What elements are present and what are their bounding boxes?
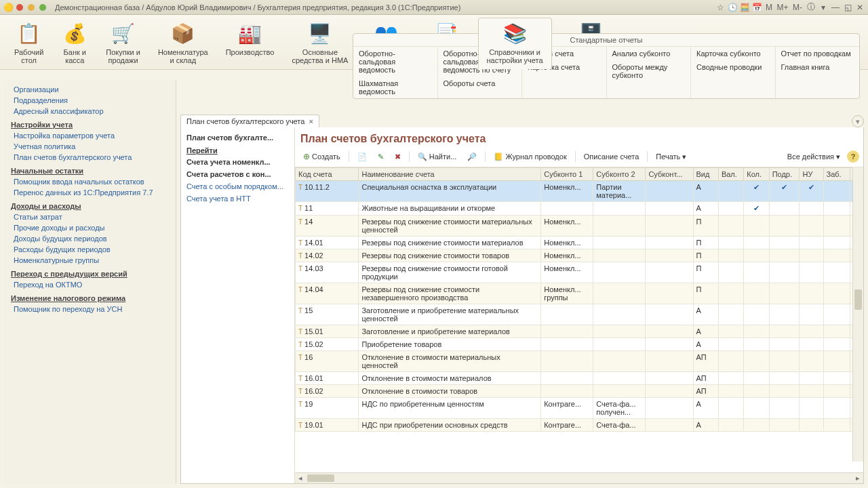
report-link[interactable]: Обороты между субконто xyxy=(607,60,691,82)
min-dot[interactable] xyxy=(28,4,35,11)
table-row[interactable]: Т15Заготовление и приобретение материаль… xyxy=(296,304,863,325)
table-row[interactable]: Т14Резервы под снижение стоимости матери… xyxy=(296,216,863,237)
section-button[interactable]: 📚Справочники инастройки учета xyxy=(478,18,552,69)
table-row[interactable]: Т14.02Резервы под снижение стоимости тов… xyxy=(296,249,863,262)
all-actions-button[interactable]: Все действия▾ xyxy=(783,151,844,163)
subnav-link[interactable]: Счета учета в НТТ xyxy=(184,192,292,205)
subnav-link[interactable]: Счета учета номенкл... xyxy=(184,156,292,168)
column-header[interactable]: Субконто 1 xyxy=(541,168,593,181)
journal-button[interactable]: 📒Журнал проводок xyxy=(490,151,570,163)
table-row[interactable]: Т14.03Резервы под снижение стоимости гот… xyxy=(296,262,863,283)
content-panel: План счетов бухгалте...ПерейтиСчета учет… xyxy=(180,127,864,484)
horizontal-scrollbar[interactable]: ◂ ▸ xyxy=(295,472,863,483)
tabs-expand-icon[interactable]: ▾ xyxy=(852,115,864,127)
row-icon: Т xyxy=(298,184,302,191)
table-row[interactable]: Т16Отклонение в стоимости материальных ц… xyxy=(296,351,863,372)
max-dot[interactable] xyxy=(39,4,46,11)
close-dot[interactable] xyxy=(16,4,23,11)
column-header[interactable]: Вал. xyxy=(718,168,743,181)
column-header[interactable]: Заб. xyxy=(823,168,850,181)
restore-icon[interactable]: ◱ xyxy=(842,2,853,13)
sidebar-group: Начальные остатки xyxy=(4,163,176,176)
table-row[interactable]: Т15.01Заготовление и приобретение матери… xyxy=(296,325,863,338)
column-header[interactable]: Подр. xyxy=(769,168,800,181)
vertical-scrollbar[interactable] xyxy=(852,167,863,462)
table-row[interactable]: Т16.02Отклонение в стоимости товаровАП xyxy=(296,385,863,398)
drop-icon[interactable]: ▾ xyxy=(818,2,829,13)
report-link[interactable]: Сводные проводки xyxy=(691,60,775,74)
desc-button[interactable]: Описание счета xyxy=(580,151,644,162)
close-icon[interactable]: ✕ xyxy=(854,2,865,13)
sidebar-link[interactable]: Помощник по переходу на УСН xyxy=(4,304,176,314)
clear-find-button[interactable]: 🔎 xyxy=(463,151,481,163)
sidebar-link[interactable]: Прочие доходы и расходы xyxy=(4,222,176,233)
sidebar-link[interactable]: Адресный классификатор xyxy=(4,106,176,117)
column-header[interactable]: Наименование счета xyxy=(359,168,541,181)
subnav-link[interactable]: Счета с особым порядком... xyxy=(184,180,292,192)
section-button[interactable]: 🛒Покупки ипродажи xyxy=(97,18,149,69)
column-header[interactable]: НУ xyxy=(800,168,823,181)
sidebar-link[interactable]: Организации xyxy=(4,84,176,95)
report-link[interactable]: Анализ субконто xyxy=(607,47,691,60)
calendar-icon[interactable]: 📅 xyxy=(751,2,762,13)
sidebar-link[interactable]: Учетная политика xyxy=(4,141,176,152)
column-header[interactable]: Субконт... xyxy=(646,168,693,181)
table-row[interactable]: Т16.01Отклонение в стоимости материаловА… xyxy=(296,372,863,385)
sidebar-link[interactable]: Доходы будущих периодов xyxy=(4,233,176,244)
sidebar-link[interactable]: Перенос данных из 1С:Предприятия 7.7 xyxy=(4,187,176,198)
section-button[interactable]: 💰Банк икасса xyxy=(52,18,97,69)
table-row[interactable]: Т15.02Приобретение товаровА xyxy=(296,338,863,351)
table-row[interactable]: Т14.04Резервы под снижение стоимости нез… xyxy=(296,283,863,304)
sidebar-link[interactable]: Настройка параметров учета xyxy=(4,130,176,141)
scroll-right-icon[interactable]: ▸ xyxy=(852,473,863,483)
window-title: Демонстрационная база / Абдулов Юрий Вла… xyxy=(55,3,460,12)
sidebar-link[interactable]: План счетов бухгалтерского учета xyxy=(4,152,176,163)
table-row[interactable]: Т19.01НДС при приобретении основных сред… xyxy=(296,419,863,432)
section-button[interactable]: 📋Рабочийстол xyxy=(5,18,52,69)
report-link[interactable]: Обороты счета xyxy=(438,77,522,90)
sidebar-link[interactable]: Переход на ОКТМО xyxy=(4,279,176,290)
table-row[interactable]: Т19НДС по приобретенным ценностямКонтраг… xyxy=(296,398,863,419)
table-row[interactable]: Т14.01Резервы под снижение стоимости мат… xyxy=(296,237,863,249)
report-link[interactable]: Шахматная ведомость xyxy=(353,77,437,98)
table-row[interactable]: Т10.11.2Специальная оснастка в эксплуата… xyxy=(296,181,863,202)
mplus-icon[interactable]: M+ xyxy=(776,2,789,13)
minimize-icon[interactable]: — xyxy=(830,2,841,13)
accounts-table[interactable]: Код счетаНаименование счетаСубконто 1Суб… xyxy=(295,167,863,432)
edit-button[interactable]: ✎ xyxy=(374,151,388,163)
delete-button[interactable]: ✖ xyxy=(391,151,405,163)
sidebar-link[interactable]: Помощник ввода начальных остатков xyxy=(4,176,176,187)
fav-icon[interactable]: ☆ xyxy=(715,2,726,13)
m-icon[interactable]: M xyxy=(764,2,774,13)
sidebar-link[interactable]: Номенклатурные группы xyxy=(4,255,176,266)
column-header[interactable]: Код счета xyxy=(296,168,359,181)
column-header[interactable]: Вид xyxy=(693,168,718,181)
row-icon: Т xyxy=(298,286,302,293)
tab-close-icon[interactable]: × xyxy=(309,117,313,125)
tab-chart-of-accounts[interactable]: План счетов бухгалтерского учета × xyxy=(180,115,319,127)
scroll-left-icon[interactable]: ◂ xyxy=(295,473,306,483)
table-row[interactable]: Т11Животные на выращивании и откормеА✔ xyxy=(296,202,863,216)
report-link[interactable]: Отчет по проводкам xyxy=(776,47,860,60)
print-button[interactable]: Печать▾ xyxy=(652,151,690,163)
history-icon[interactable]: 🕓 xyxy=(727,2,738,13)
help-icon[interactable]: ? xyxy=(847,150,859,163)
subnav-link[interactable]: Счета расчетов с кон... xyxy=(184,168,292,180)
workarea: План счетов бухгалтерского учета ⊕Создат… xyxy=(295,127,863,483)
report-link[interactable]: Оборотно-сальдовая ведомость xyxy=(353,47,437,77)
copy-button[interactable]: 📄 xyxy=(353,151,371,163)
sidebar-link[interactable]: Расходы будущих периодов xyxy=(4,244,176,255)
report-link[interactable]: Карточка субконто xyxy=(691,47,775,60)
mminus-icon[interactable]: M- xyxy=(791,2,804,13)
subnav-link[interactable]: План счетов бухгалте... xyxy=(184,131,292,144)
find-button[interactable]: 🔍Найти... xyxy=(414,151,461,163)
column-header[interactable]: Субконто 2 xyxy=(593,168,646,181)
create-button[interactable]: ⊕Создать xyxy=(299,150,344,163)
calc-icon[interactable]: 🧮 xyxy=(739,2,750,13)
column-header[interactable]: Кол. xyxy=(744,168,769,181)
info-icon[interactable]: ⓘ xyxy=(806,2,816,13)
sidebar-link[interactable]: Подразделения xyxy=(4,95,176,106)
reports-title: Стандартные отчеты xyxy=(353,34,859,46)
report-link[interactable]: Главная книга xyxy=(776,60,860,74)
sidebar-link[interactable]: Статьи затрат xyxy=(4,211,176,222)
